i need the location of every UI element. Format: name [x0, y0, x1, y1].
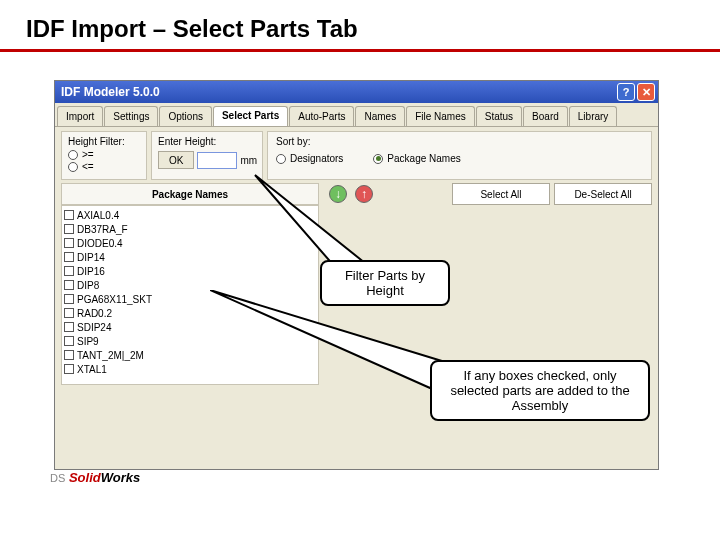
height-filter-group: Height Filter: >= <=: [61, 131, 147, 180]
checkbox-icon[interactable]: [64, 238, 74, 248]
part-label: AXIAL0.4: [77, 210, 119, 221]
tab-names[interactable]: Names: [355, 106, 405, 126]
page-title: IDF Import – Select Parts Tab: [0, 0, 720, 52]
tab-status[interactable]: Status: [476, 106, 522, 126]
part-label: DIP8: [77, 280, 99, 291]
radio-le[interactable]: <=: [68, 161, 140, 172]
help-button[interactable]: ?: [617, 83, 635, 101]
checkbox-icon[interactable]: [64, 350, 74, 360]
part-label: DIP14: [77, 252, 105, 263]
deselect-all-button[interactable]: De-Select All: [554, 183, 652, 205]
radio-icon: [68, 150, 78, 160]
tab-bar: ImportSettingsOptionsSelect PartsAuto-Pa…: [55, 103, 658, 127]
callout-connector: [210, 290, 460, 390]
select-all-button[interactable]: Select All: [452, 183, 550, 205]
radio-icon: [68, 162, 78, 172]
brand-logo: DS SolidWorks: [50, 470, 140, 485]
enter-height-group: Enter Height: OK mm: [151, 131, 263, 180]
part-label: DB37RA_F: [77, 224, 128, 235]
part-label: SDIP24: [77, 322, 111, 333]
close-button[interactable]: ✕: [637, 83, 655, 101]
checkbox-icon[interactable]: [64, 210, 74, 220]
height-filter-label: Height Filter:: [68, 136, 140, 147]
part-label: TANT_2M|_2M: [77, 350, 144, 361]
checkbox-icon[interactable]: [64, 252, 74, 262]
radio-ge[interactable]: >=: [68, 149, 140, 160]
part-label: RAD0.2: [77, 308, 112, 319]
part-label: DIP16: [77, 266, 105, 277]
part-label: DIODE0.4: [77, 238, 123, 249]
checkbox-icon[interactable]: [64, 266, 74, 276]
tab-settings[interactable]: Settings: [104, 106, 158, 126]
radio-package-names[interactable]: Package Names: [373, 153, 460, 164]
part-label: PGA68X11_SKT: [77, 294, 152, 305]
checkbox-icon[interactable]: [64, 224, 74, 234]
sort-by-label: Sort by:: [276, 136, 343, 147]
svg-marker-1: [210, 290, 455, 388]
sort-by-group: Sort by: Designators Package Names: [267, 131, 652, 180]
unit-label: mm: [240, 155, 257, 166]
help-icon: ?: [623, 86, 630, 98]
part-label: SIP9: [77, 336, 99, 347]
height-input[interactable]: [197, 152, 237, 169]
part-label: XTAL1: [77, 364, 107, 375]
checkbox-icon[interactable]: [64, 280, 74, 290]
checkbox-icon[interactable]: [64, 294, 74, 304]
checkbox-icon[interactable]: [64, 364, 74, 374]
tab-auto-parts[interactable]: Auto-Parts: [289, 106, 354, 126]
window-title: IDF Modeler 5.0.0: [61, 85, 615, 99]
callout-connector: [255, 175, 365, 267]
checkbox-icon[interactable]: [64, 308, 74, 318]
tab-select-parts[interactable]: Select Parts: [213, 106, 288, 126]
titlebar: IDF Modeler 5.0.0 ? ✕: [55, 81, 658, 103]
svg-marker-0: [255, 175, 365, 267]
radio-icon: [373, 154, 383, 164]
enter-height-label: Enter Height:: [158, 136, 256, 147]
ok-button[interactable]: OK: [158, 151, 194, 169]
tab-import[interactable]: Import: [57, 106, 103, 126]
checkbox-icon[interactable]: [64, 336, 74, 346]
callout-selected-parts: If any boxes checked, only selected part…: [430, 360, 650, 421]
checkbox-icon[interactable]: [64, 322, 74, 332]
tab-board[interactable]: Board: [523, 106, 568, 126]
tab-library[interactable]: Library: [569, 106, 618, 126]
tab-options[interactable]: Options: [159, 106, 211, 126]
close-icon: ✕: [642, 86, 651, 99]
radio-icon: [276, 154, 286, 164]
radio-designators[interactable]: Designators: [276, 153, 343, 164]
tab-file-names[interactable]: File Names: [406, 106, 475, 126]
